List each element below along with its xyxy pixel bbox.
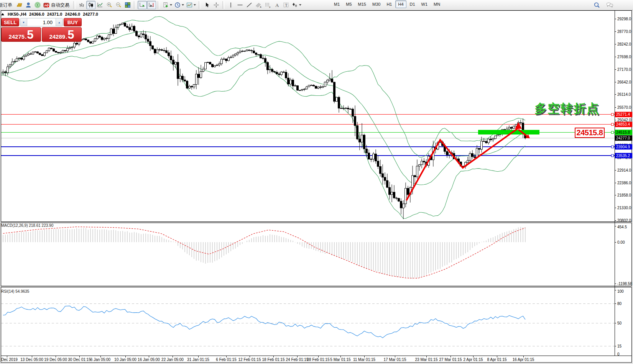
buy-price-dot: . <box>66 33 67 41</box>
bull-bear-turning-point-annotation[interactable]: 多空转折点 <box>534 100 600 117</box>
price-tick-label: 22386.0 <box>617 181 631 185</box>
price-tick-label: 26642.0 <box>617 80 631 84</box>
price-tick-label: 28242.0 <box>617 42 631 46</box>
price-badge-label: 24853.4 <box>616 122 630 126</box>
collapse-panel-icon[interactable] <box>1 13 4 15</box>
price-badge-label: 24515.8 <box>616 130 630 134</box>
time-tick-label: 31 Jan 01:15 <box>187 357 209 362</box>
time-tick-label: 22 Jan 05:00 <box>161 357 184 362</box>
sell-price-dot: . <box>25 33 26 41</box>
rsi-scale-label: 80 <box>617 302 622 306</box>
line-anchor-square[interactable] <box>612 146 614 148</box>
price-tick-label: 25570.0 <box>617 105 631 110</box>
price-badge-label: 25271.4 <box>616 112 630 116</box>
green-zone-rectangle[interactable] <box>478 130 539 134</box>
time-tick-label: 27 Mar 01:15 <box>439 357 462 362</box>
time-tick-label: 17 Mar 01:15 <box>384 357 406 362</box>
time-tick-label: 28 Feb 01:15 <box>307 357 330 362</box>
macd-indicator-label: MACD(12,26,9) 218.61 223.90 <box>1 223 53 228</box>
price-tick-label: 26114.0 <box>617 92 631 97</box>
rsi-scale-label: 15 <box>617 344 622 348</box>
volume-value[interactable]: 1.00 <box>27 20 56 25</box>
line-anchor-square[interactable] <box>612 113 614 116</box>
volume-increase-button[interactable]: ▲ <box>56 18 62 26</box>
rsi-scale-label: 0 <box>617 352 620 356</box>
price-tick-label: 20802.0 <box>617 218 631 223</box>
macd-scale-label: 0.00 <box>617 240 625 244</box>
price-badge-label: 24277.0 <box>616 136 630 140</box>
price-tick-label: 29298.0 <box>617 17 631 21</box>
price-tick-label: 28770.0 <box>617 30 631 34</box>
ohlc-high: 24371.0 <box>47 12 62 16</box>
rsi-indicator-label: RSI(14) 54.9635 <box>1 289 29 293</box>
sell-price-big-digit: 5 <box>27 29 33 41</box>
time-tick-label: 23 Mar 01:15 <box>415 357 438 362</box>
buy-price-box[interactable]: 24289.5 <box>42 27 82 42</box>
volume-stepper: ▼ 1.00 ▲ <box>20 18 63 26</box>
volume-decrease-button[interactable]: ▼ <box>20 18 27 26</box>
price-tick-label: 21858.0 <box>617 193 631 197</box>
time-tick-label: 19 Dec 05:00 <box>44 357 67 362</box>
ohlc-close: 24277.0 <box>83 12 98 16</box>
time-tick-label: 30 Dec 01:15 <box>68 357 91 362</box>
time-tick-label: 16 Jan 05:00 <box>138 357 160 362</box>
time-tick-label: 13 Dec 05:00 <box>20 357 43 362</box>
price-badge-label: 23535.2 <box>616 154 630 158</box>
macd-scale-label: 454.5 <box>617 225 627 229</box>
rsi-scale-label: 50 <box>617 321 622 325</box>
time-tick-label: 8 Apr 01:15 <box>487 357 507 362</box>
time-tick-label: 2 Apr 01:15 <box>463 357 483 362</box>
price-badge-label: 23904.9 <box>616 145 630 149</box>
rsi-scale-label: 100 <box>617 289 624 293</box>
line-anchor-square[interactable] <box>612 154 614 157</box>
sell-price-main: 24275 <box>8 33 25 41</box>
time-tick-label: 10 Jan 05:00 <box>114 357 136 362</box>
buy-button[interactable]: BUY <box>64 18 82 26</box>
time-tick-label: 24 Feb 01:15 <box>286 357 309 362</box>
chart-canvas[interactable]: 29298.028770.028242.027698.027170.026642… <box>0 0 633 364</box>
price-tick-label: 27170.0 <box>617 67 631 72</box>
sell-price-box[interactable]: 24275.5 <box>1 27 41 42</box>
key-level-price-label[interactable]: 24515.8 <box>575 128 605 138</box>
line-anchor-square[interactable] <box>612 131 614 134</box>
buy-price-big-digit: 5 <box>67 29 74 41</box>
time-tick-label: 5 Mar 01:15 <box>330 357 351 362</box>
price-tick-label: 25042.0 <box>617 118 631 122</box>
symbol-title: HK50-,H4 <box>8 12 26 16</box>
price-tick-label: 21330.0 <box>617 206 631 210</box>
price-tick-label: 27698.0 <box>617 55 631 59</box>
price-tick-label: 22914.0 <box>617 168 631 172</box>
time-tick-label: 11 Mar 01:15 <box>353 357 376 362</box>
time-tick-label: 6 Jan 05:00 <box>90 357 111 362</box>
macd-scale-label: -1198.58 <box>617 282 632 286</box>
line-anchor-square[interactable] <box>612 123 614 126</box>
one-click-trading-panel: SELL ▼ 1.00 ▲ BUY 24275.5 24289.5 <box>1 18 82 42</box>
time-tick-label: 12 Feb 01:15 <box>238 357 261 362</box>
time-tick-label: Dec 2019 <box>1 357 18 362</box>
sell-button[interactable]: SELL <box>1 18 19 26</box>
time-tick-label: 6 Feb 01:15 <box>216 357 237 362</box>
ohlc-open: 24366.0 <box>29 12 44 16</box>
time-tick-label: 18 Feb 01:15 <box>262 357 285 362</box>
ohlc-low: 24246.0 <box>65 12 80 16</box>
symbol-ohlc-header: HK50-,H4 24366.0 24371.0 24246.0 24277.0 <box>1 12 98 16</box>
buy-price-main: 24289 <box>49 33 65 41</box>
time-tick-label: 16 Apr 01:15 <box>513 357 534 362</box>
